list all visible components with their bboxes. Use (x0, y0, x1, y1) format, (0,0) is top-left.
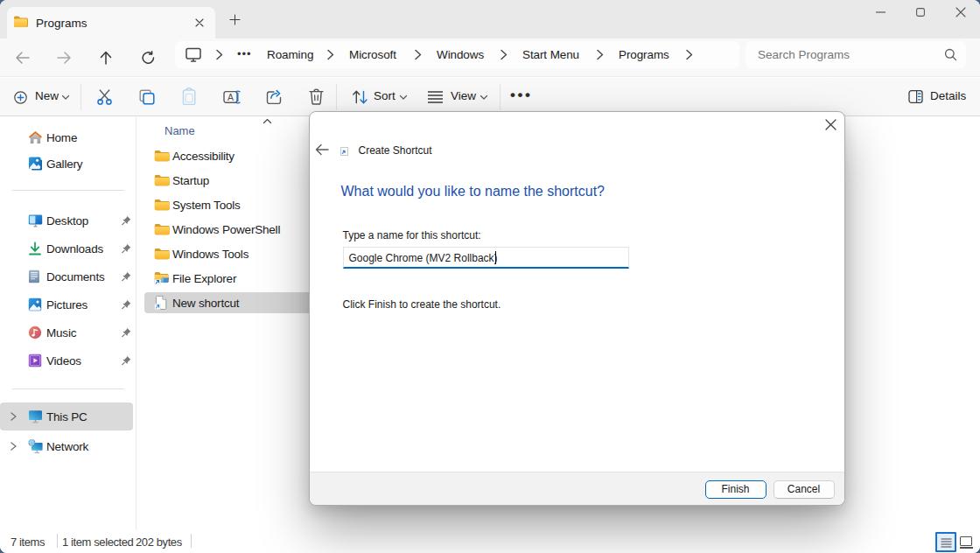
svg-text:A: A (228, 92, 234, 102)
